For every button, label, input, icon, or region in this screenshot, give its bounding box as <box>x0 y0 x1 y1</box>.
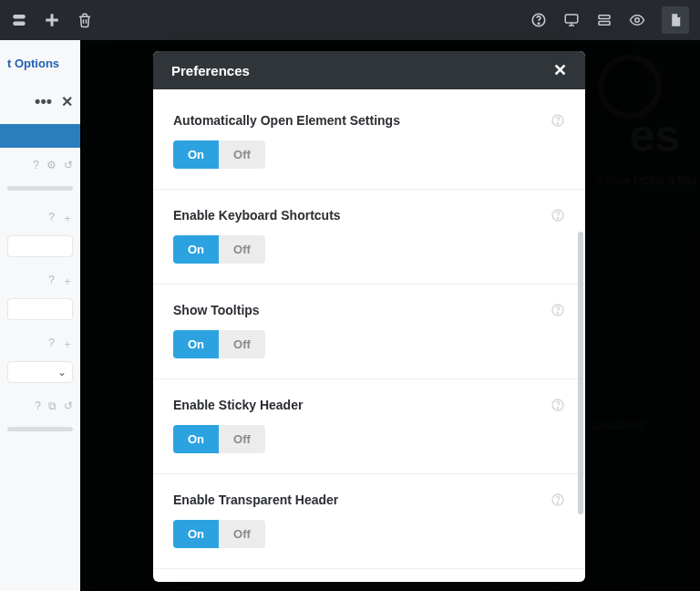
add-icon[interactable]: ＋ <box>62 337 73 352</box>
setting-toggle: On Off <box>173 520 265 548</box>
setting-preview-filter-options: Enable Preview for Filter Options <box>153 569 585 582</box>
eye-icon[interactable] <box>629 12 645 28</box>
desktop-icon[interactable] <box>563 12 580 28</box>
scrollbar[interactable] <box>578 232 583 514</box>
setting-transparent-header: Enable Transparent Header On Off <box>153 474 585 569</box>
sidebar-block-tools: ? ⚙ ↺ <box>7 159 73 171</box>
top-toolbar <box>0 0 700 40</box>
modal-header: Preferences ✕ <box>153 51 585 89</box>
toggle-off-button[interactable]: Off <box>219 235 265 264</box>
undo-icon[interactable]: ↺ <box>64 159 73 171</box>
rows-icon[interactable] <box>596 12 612 28</box>
toggle-on-button[interactable]: On <box>173 140 219 169</box>
add-icon[interactable] <box>44 12 60 28</box>
document-icon[interactable] <box>662 6 689 34</box>
toggle-off-button[interactable]: Off <box>219 330 265 358</box>
sidebar-input-preview[interactable] <box>7 298 73 320</box>
preferences-modal: Preferences ✕ Automatically Open Element… <box>153 51 585 582</box>
sidebar-section-header[interactable] <box>0 124 80 148</box>
help-icon[interactable] <box>551 493 565 507</box>
sidebar-collapse-row: ••• ✕ <box>7 92 73 111</box>
help-icon[interactable]: ? <box>33 159 39 171</box>
svg-point-17 <box>557 408 558 409</box>
help-icon[interactable] <box>530 12 547 28</box>
setting-label: Show Tooltips <box>173 303 565 317</box>
toggle-off-button[interactable]: Off <box>219 140 265 169</box>
svg-rect-6 <box>565 15 578 23</box>
sidebar-block-tools: ? ＋ <box>7 274 73 289</box>
svg-rect-1 <box>13 22 26 26</box>
help-icon[interactable] <box>551 303 565 317</box>
help-icon[interactable] <box>551 398 565 412</box>
sidebar-more-icon[interactable]: ••• <box>35 92 52 111</box>
chevron-down-icon[interactable]: ⌄ <box>57 366 67 378</box>
sidebar-block-placeholder <box>7 427 73 431</box>
toolbar-left-group <box>11 12 93 28</box>
queue-icon[interactable] <box>11 12 27 28</box>
svg-point-15 <box>557 313 558 314</box>
toggle-on-button[interactable]: On <box>173 425 219 453</box>
sidebar-options-link[interactable]: t Options <box>7 57 73 70</box>
svg-point-5 <box>538 23 540 25</box>
sidebar-block-tools: ? ＋ <box>7 211 73 226</box>
svg-point-11 <box>557 123 558 124</box>
sidebar-dropdown-preview[interactable]: ⌄ <box>7 361 73 383</box>
gear-icon[interactable]: ⚙ <box>46 159 57 171</box>
help-icon[interactable]: ? <box>48 337 55 352</box>
setting-show-tooltips: Show Tooltips On Off <box>153 285 585 379</box>
svg-rect-7 <box>599 16 610 19</box>
modal-title: Preferences <box>171 63 250 78</box>
svg-point-13 <box>557 218 558 219</box>
duplicate-icon[interactable]: ⧉ <box>48 399 57 412</box>
sidebar-block-tools: ? ＋ <box>7 337 73 352</box>
help-icon[interactable]: ? <box>48 274 55 289</box>
toggle-off-button[interactable]: Off <box>219 520 265 548</box>
sidebar: t Options ••• ✕ ? ⚙ ↺ ? ＋ ? ＋ ? ＋ ⌄ ? ⧉ … <box>0 40 80 591</box>
setting-auto-open-element-settings: Automatically Open Element Settings On O… <box>153 95 585 190</box>
setting-sticky-header: Enable Sticky Header On Off <box>153 379 585 474</box>
svg-point-9 <box>635 18 640 23</box>
undo-icon[interactable]: ↺ <box>64 399 73 412</box>
setting-toggle: On Off <box>173 425 265 453</box>
setting-toggle: On Off <box>173 330 265 358</box>
setting-keyboard-shortcuts: Enable Keyboard Shortcuts On Off <box>153 190 585 285</box>
trash-icon[interactable] <box>77 12 93 28</box>
sidebar-close-icon[interactable]: ✕ <box>61 93 73 110</box>
help-icon[interactable]: ? <box>35 399 41 412</box>
help-icon[interactable] <box>551 208 565 223</box>
svg-rect-8 <box>599 22 610 26</box>
sidebar-input-preview[interactable] <box>7 235 73 257</box>
close-icon[interactable]: ✕ <box>553 62 567 78</box>
toggle-on-button[interactable]: On <box>173 330 219 358</box>
help-icon[interactable]: ? <box>48 211 55 226</box>
toggle-on-button[interactable]: On <box>173 235 219 264</box>
sidebar-block-tools: ? ⧉ ↺ <box>7 399 73 412</box>
help-icon[interactable] <box>551 113 565 128</box>
setting-label: Enable Transparent Header <box>173 493 565 507</box>
add-icon[interactable]: ＋ <box>62 211 73 226</box>
toggle-on-button[interactable]: On <box>173 520 219 548</box>
modal-body: Automatically Open Element Settings On O… <box>153 89 585 582</box>
add-icon[interactable]: ＋ <box>62 274 73 289</box>
setting-label: Enable Sticky Header <box>173 398 565 412</box>
setting-label: Automatically Open Element Settings <box>173 113 565 128</box>
toggle-off-button[interactable]: Off <box>219 425 265 453</box>
toolbar-right-group <box>530 6 689 34</box>
svg-rect-0 <box>13 15 26 19</box>
svg-point-19 <box>557 503 558 503</box>
svg-rect-3 <box>46 19 58 22</box>
setting-toggle: On Off <box>173 235 265 264</box>
setting-toggle: On Off <box>173 140 265 169</box>
setting-label: Enable Keyboard Shortcuts <box>173 208 565 223</box>
